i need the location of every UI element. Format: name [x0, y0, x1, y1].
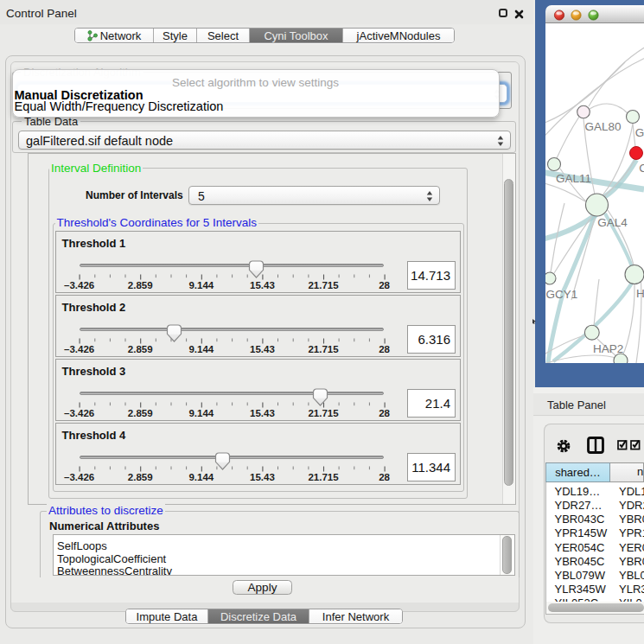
svg-text:GAL11: GAL11	[556, 172, 591, 185]
svg-text:C: C	[639, 162, 644, 175]
svg-text:GAL80: GAL80	[585, 120, 622, 133]
svg-text:GA: GA	[635, 126, 644, 139]
svg-text:GAL4: GAL4	[597, 216, 628, 229]
svg-text:H: H	[636, 287, 644, 300]
svg-text:GCY1: GCY1	[546, 288, 578, 301]
svg-text:HAP2: HAP2	[593, 342, 623, 355]
